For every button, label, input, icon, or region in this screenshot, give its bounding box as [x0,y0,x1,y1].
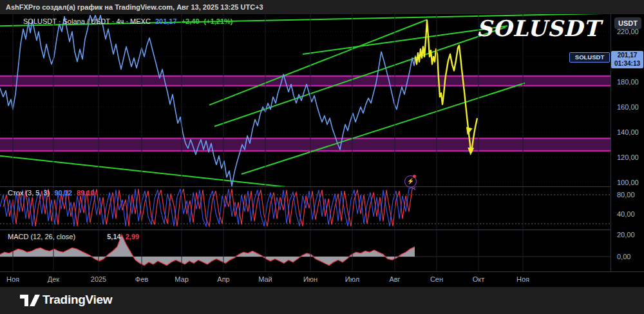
time-axis-label: Фев [135,275,148,283]
time-axis-label: Июн [303,275,317,283]
tradingview-logo-icon[interactable] [19,294,41,307]
macd-title: MACD (12, 26, close) [8,233,75,240]
last-price-badge[interactable]: 201,17 01:34:13 [611,51,643,68]
stoch-k-value: 90,12 [54,189,72,197]
macd-tick-label: 0,00 [617,253,630,260]
price-tick-label: 140,00 [617,128,639,136]
time-axis-label: Авг [389,275,400,283]
macd-tick-label: 20,00 [617,231,635,239]
symbol-legend[interactable]: SOLUSDT · Solana / USDT · 4ч · MEXC 201,… [23,17,236,25]
supply-demand-zone[interactable] [0,139,611,151]
stoch-title: Стох (3, 5, 3) [8,189,50,197]
tradingview-wordmark[interactable]: TradingView [43,293,112,307]
time-axis-label: 2025 [91,275,106,283]
macd-signal-value: 2,99 [126,233,139,240]
price-change-value: +2,40 [182,17,200,25]
price-change-percent: (+1,21%) [204,17,233,25]
time-axis-label: Ноя [6,275,19,283]
price-line-series[interactable] [0,15,415,186]
price-tick-label: 120,00 [617,153,639,161]
time-axis-label: Мар [175,275,189,283]
symbol-title: SOLUSDT · Solana / USDT · 4ч · MEXC [23,17,151,25]
notification-dot [413,175,416,178]
tradingview-chart-app: AshFXPro создал(а) график на TradingView… [0,0,644,314]
stoch-legend[interactable]: Стох (3, 5, 3) 90,12 89,10 [8,189,97,197]
footer-bar: TradingView [0,287,644,314]
chart-canvas[interactable] [0,0,644,287]
stoch-tick-label: 80,00 [617,191,635,199]
time-axis-label: Апр [217,275,229,283]
macd-value: 5,14 [107,233,120,240]
time-axis-label: Ноя [516,275,529,283]
time-axis[interactable]: НояДек2025ФевМарАпрМайИюнИюлАвгСенОктНоя [0,271,644,287]
time-axis-label: Май [258,275,272,283]
badge-countdown: 01:34:13 [611,59,643,68]
stoch-d-value: 89,10 [77,189,95,197]
time-axis-label: Сен [430,275,443,283]
symbol-watermark: SOLUSDT [477,15,600,41]
supply-demand-zone[interactable] [0,76,611,86]
badge-price: 201,17 [611,51,643,59]
trendline[interactable] [209,20,427,105]
price-tick-label: 180,00 [617,78,639,86]
time-axis-label: Июл [345,275,359,283]
stoch-tick-label: 40,00 [617,210,635,218]
trendline[interactable] [0,156,295,188]
trendline[interactable] [242,83,525,174]
price-tick-label: 160,00 [617,103,639,111]
price-badge-symbol-tag: SOLUSDT [569,52,610,63]
price-tick-label: 220,00 [617,28,639,35]
time-axis-label: Окт [473,275,485,283]
time-axis-label: Дек [48,275,59,283]
macd-legend[interactable]: MACD (12, 26, close) 5,14 2,99 [8,233,142,240]
price-tick-label: 100,00 [617,179,639,186]
last-price-value: 201,17 [155,17,177,25]
